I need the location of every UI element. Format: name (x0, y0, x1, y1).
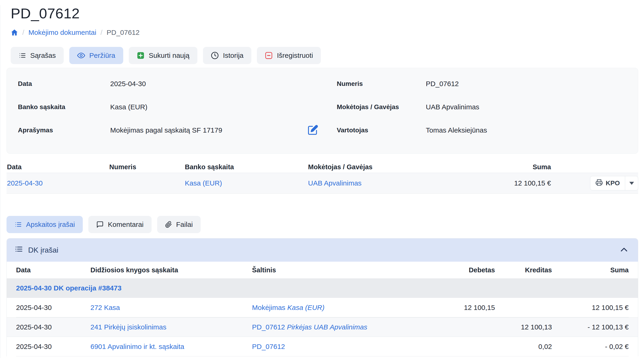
dk-table: Data Didžiosios knygos sąskaita Šaltinis… (7, 262, 638, 356)
field-data-value: 2025-04-30 (110, 80, 146, 88)
col-suma: Suma (438, 163, 551, 171)
breadcrumb-link-documents[interactable]: Mokėjimo dokumentai (28, 28, 96, 36)
table-row: 2025-04-30 272 Kasa Mokėjimas Kasa (EUR)… (16, 298, 629, 317)
field-payer-label: Mokėtojas / Gavėjas (322, 103, 426, 111)
dk-row-source-link[interactable]: Mokėjimas (252, 304, 285, 311)
documents-table-header: Data Numeris Banko sąskaita Mokėtojas / … (6, 161, 638, 173)
dk-row-source: Mokėjimas Kasa (EUR) (252, 304, 430, 312)
create-new-button-label: Sukurti naują (149, 51, 190, 59)
dk-row-credit: 12 100,13 (495, 323, 552, 331)
page-title: PD_07612 (11, 5, 638, 21)
field-bank-account: Banko sąskaita Kasa (EUR) (7, 101, 322, 114)
dk-col-credit: Kreditas (495, 266, 552, 274)
view-button[interactable]: Peržiūra (69, 47, 123, 64)
print-kpo-label: KPO (606, 179, 620, 187)
dk-row-debit: 12 100,15 (430, 304, 495, 312)
row-date-link[interactable]: 2025-04-30 (6, 179, 109, 187)
dk-panel-title: DK įrašai (28, 246, 58, 254)
print-kpo-button[interactable]: KPO (590, 176, 625, 190)
field-data: Data 2025-04-30 (7, 77, 322, 90)
field-number: Numeris PD_07612 (322, 77, 638, 90)
dk-row-source-detail-link[interactable]: Kasa (EUR) (287, 304, 324, 311)
dk-col-debit: Debetas (430, 266, 495, 274)
documents-table: Data Numeris Banko sąskaita Mokėtojas / … (6, 161, 638, 194)
table-row: 2025-04-30 241 Pirkėjų įsiskolinimas PD_… (7, 317, 638, 337)
dk-col-source: Šaltinis (252, 266, 430, 274)
row-bank-link[interactable]: Kasa (EUR) (184, 179, 308, 187)
view-button-label: Peržiūra (89, 51, 115, 59)
comment-icon (96, 221, 104, 228)
field-description: Aprašymas Mokėjimas pagal sąskaitą SF 17… (7, 124, 322, 137)
tab-files[interactable]: Failai (157, 216, 201, 233)
dk-col-suma: Suma (552, 266, 629, 274)
field-payer: Mokėtojas / Gavėjas UAB Apvalinimas (322, 101, 638, 114)
breadcrumb-separator: / (100, 28, 102, 36)
dk-row-account-link[interactable]: 241 Pirkėjų įsiskolinimas (90, 323, 252, 331)
tab-accounting-entries[interactable]: Apskaitos įrašai (6, 216, 83, 233)
edit-description-button[interactable] (308, 125, 318, 136)
row-payer-link[interactable]: UAB Apvalinimas (308, 179, 438, 187)
field-description-label: Aprašymas (7, 127, 110, 134)
breadcrumb-separator: / (22, 28, 24, 36)
create-new-button[interactable]: Sukurti naują (129, 47, 198, 64)
minus-square-icon (265, 51, 273, 59)
dk-entries-panel: DK įrašai Data Didžiosios knygos sąskait… (6, 238, 638, 356)
dk-row-suma: - 0,02 € (552, 343, 629, 351)
tabs: Apskaitos įrašai Komentarai Failai (6, 216, 638, 233)
list-button[interactable]: Sąrašas (11, 47, 64, 64)
printer-icon (596, 179, 603, 188)
caret-down-icon (629, 182, 634, 185)
history-button-label: Istorija (223, 51, 244, 59)
field-bank-label: Banko sąskaita (7, 103, 110, 111)
dk-row-date: 2025-04-30 (16, 304, 90, 312)
dk-panel-header[interactable]: DK įrašai (7, 238, 638, 262)
paperclip-icon (165, 221, 172, 228)
field-data-label: Data (7, 80, 110, 88)
dk-row-suma: - 12 100,13 € (552, 323, 629, 331)
field-description-value: Mokėjimas pagal sąskaitą SF 17179 (110, 126, 222, 134)
field-user-label: Vartotojas (322, 127, 426, 134)
page: PD_07612 / Mokėjimo dokumentai / PD_0761… (0, 5, 644, 358)
dk-row-suma: 12 100,15 € (552, 304, 629, 312)
field-bank-value-link[interactable]: Kasa (EUR) (110, 103, 148, 111)
dk-row-credit: 0,02 (495, 343, 552, 351)
unregister-button[interactable]: Išregistruoti (257, 47, 321, 64)
field-number-value-link[interactable]: PD_07612 (426, 80, 459, 88)
clock-icon (211, 51, 219, 59)
dk-row-date: 2025-04-30 (16, 343, 90, 351)
history-button[interactable]: Istorija (203, 47, 251, 64)
field-payer-value-link[interactable]: UAB Apvalinimas (426, 103, 480, 111)
col-numeris: Numeris (109, 163, 184, 171)
field-number-label: Numeris (322, 80, 426, 88)
dk-group-row[interactable]: 2025-04-30 DK operacija #38473 (7, 278, 638, 298)
dk-col-data: Data (16, 266, 90, 274)
dk-row-source: PD_07612 Pirkėjas UAB Apvalinimas (252, 323, 430, 331)
list-icon (18, 52, 26, 59)
eye-icon (77, 51, 85, 59)
dk-row-date: 2025-04-30 (16, 323, 90, 331)
dk-row-source-link[interactable]: PD_07612 (252, 343, 285, 350)
plus-square-icon (137, 51, 144, 59)
field-user: Vartotojas Tomas Aleksiejūnas (322, 124, 638, 137)
tab-files-label: Failai (176, 220, 193, 228)
list-icon (14, 221, 22, 228)
row-suma: 12 100,15 € (438, 179, 551, 187)
field-user-value-link[interactable]: Tomas Aleksiejūnas (426, 126, 487, 134)
toolbar: Sąrašas Peržiūra Sukurti naują Istorija … (11, 47, 638, 64)
col-bank: Banko sąskaita (184, 163, 308, 171)
tab-comments[interactable]: Komentarai (88, 216, 151, 233)
dk-group-row-label: 2025-04-30 DK operacija #38473 (16, 284, 122, 292)
breadcrumb-current: PD_07612 (106, 28, 140, 36)
details-card: Data 2025-04-30 Banko sąskaita Kasa (EUR… (6, 68, 638, 154)
dk-row-source-detail-link[interactable]: Pirkėjas UAB Apvalinimas (287, 323, 367, 331)
chevron-up-icon (619, 245, 629, 255)
list-lines-icon (15, 245, 23, 255)
dk-row-source-link[interactable]: PD_07612 (252, 323, 285, 331)
collapse-panel-button[interactable] (619, 245, 629, 255)
home-icon[interactable] (11, 29, 18, 36)
dk-row-account-link[interactable]: 6901 Apvalinimo ir kt. sąskaita (90, 343, 252, 351)
dk-col-account: Didžiosios knygos sąskaita (90, 266, 252, 274)
col-data: Data (6, 163, 109, 171)
print-options-dropdown[interactable] (625, 176, 638, 190)
dk-row-account-link[interactable]: 272 Kasa (90, 304, 252, 312)
